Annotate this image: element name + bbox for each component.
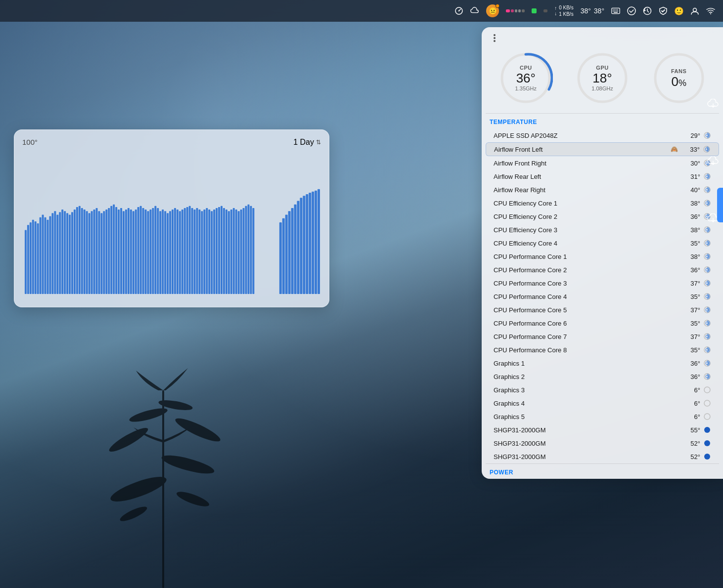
temp-row[interactable]: CPU Efficiency Core 1 38° bbox=[486, 197, 719, 210]
svg-rect-70 bbox=[137, 207, 139, 294]
user-avatar[interactable]: 😐 bbox=[486, 4, 499, 17]
temp-sensor-name: CPU Efficiency Core 2 bbox=[494, 213, 682, 220]
svg-rect-47 bbox=[81, 208, 83, 294]
temp-row[interactable]: CPU Performance Core 5 37° bbox=[486, 303, 719, 316]
temp-indicator[interactable] bbox=[703, 346, 711, 354]
temp-indicator[interactable] bbox=[703, 373, 711, 380]
gpu-gauge[interactable]: GPU 18° 1.08GHz bbox=[566, 51, 639, 105]
time-range-selector[interactable]: 1 Day ⇅ bbox=[293, 138, 321, 147]
temp-row[interactable]: SHGP31-2000GM 52° bbox=[486, 450, 719, 463]
cloud-download-icon-1[interactable] bbox=[707, 99, 719, 112]
temp-indicator[interactable] bbox=[703, 359, 711, 367]
svg-rect-111 bbox=[238, 211, 240, 294]
temp-indicator[interactable] bbox=[703, 252, 711, 260]
temp-row[interactable]: CPU Performance Core 3 37° bbox=[486, 277, 719, 290]
svg-rect-17 bbox=[616, 11, 617, 12]
temp-row[interactable]: Airflow Rear Right 40° bbox=[486, 183, 719, 196]
temp-sensor-value: 31° bbox=[682, 173, 700, 180]
temp-indicator[interactable] bbox=[703, 306, 711, 314]
temp-row[interactable]: Graphics 1 36° bbox=[486, 357, 719, 370]
temp-indicator[interactable] bbox=[703, 319, 711, 327]
svg-point-9 bbox=[458, 10, 459, 11]
temp-row[interactable]: CPU Performance Core 7 37° bbox=[486, 330, 719, 343]
svg-rect-117 bbox=[252, 208, 254, 294]
temp-indicator[interactable] bbox=[703, 426, 711, 434]
temp-sensor-name: APPLE SSD AP2048Z bbox=[494, 132, 682, 139]
temp-row[interactable]: CPU Performance Core 4 35° bbox=[486, 290, 719, 303]
temp-row[interactable]: Airflow Rear Left 31° bbox=[486, 170, 719, 183]
svg-rect-116 bbox=[250, 206, 252, 294]
svg-rect-56 bbox=[103, 211, 105, 294]
svg-rect-106 bbox=[226, 210, 227, 294]
temp-indicator[interactable] bbox=[703, 413, 711, 420]
temp-indicator[interactable] bbox=[703, 293, 711, 300]
svg-point-175 bbox=[704, 414, 710, 420]
temp-indicator[interactable] bbox=[703, 226, 711, 234]
svg-point-20 bbox=[628, 7, 635, 15]
fans-gauge[interactable]: FANS 0 % bbox=[642, 51, 715, 105]
cloud-icon[interactable] bbox=[470, 6, 479, 15]
temp-row[interactable]: APPLE SSD AP2048Z 29° bbox=[486, 129, 719, 142]
temp-sensor-value: 35° bbox=[682, 346, 700, 354]
blue-sidebar-handle[interactable] bbox=[717, 188, 723, 222]
svg-rect-81 bbox=[164, 211, 166, 294]
keyboard-icon[interactable] bbox=[611, 6, 620, 15]
temp-indicator[interactable] bbox=[703, 439, 711, 447]
temp-row[interactable]: Airflow Front Right 30° bbox=[486, 157, 719, 169]
temp-indicator[interactable] bbox=[703, 453, 711, 461]
temp-sensor-name: CPU Performance Core 1 bbox=[494, 253, 682, 260]
svg-rect-88 bbox=[181, 210, 183, 294]
temp-row[interactable]: CPU Efficiency Core 2 36° bbox=[486, 210, 719, 223]
temp-row[interactable]: Graphics 2 36° bbox=[486, 370, 719, 383]
more-options-menu[interactable] bbox=[490, 33, 499, 43]
cpu-gauge[interactable]: CPU 36° 1.35GHz bbox=[490, 51, 562, 105]
svg-rect-85 bbox=[174, 208, 176, 294]
svg-rect-124 bbox=[297, 201, 299, 294]
svg-point-22 bbox=[693, 8, 697, 12]
svg-rect-63 bbox=[120, 208, 122, 294]
temp-row[interactable]: CPU Performance Core 1 38° bbox=[486, 250, 719, 263]
temp-indicator[interactable] bbox=[703, 386, 711, 394]
temp-row[interactable]: CPU Efficiency Core 3 38° bbox=[486, 223, 719, 236]
cloud-download-icon-2[interactable] bbox=[707, 156, 719, 169]
svg-rect-30 bbox=[40, 217, 42, 294]
wifi-icon[interactable] bbox=[706, 6, 715, 15]
history-icon[interactable] bbox=[643, 6, 652, 15]
temp-row[interactable]: Graphics 5 6° bbox=[486, 410, 719, 423]
speedometer-icon[interactable] bbox=[454, 6, 463, 15]
temp-sensor-name: Airflow Front Left bbox=[494, 146, 671, 153]
temp-indicator[interactable] bbox=[703, 266, 711, 274]
temp-indicator[interactable] bbox=[703, 239, 711, 247]
temp-indicator[interactable] bbox=[703, 279, 711, 287]
temp-row[interactable]: CPU Performance Core 8 35° bbox=[486, 343, 719, 356]
svg-rect-54 bbox=[98, 211, 100, 294]
temp-sensor-name: CPU Performance Core 2 bbox=[494, 266, 682, 274]
temp-row[interactable]: Graphics 4 6° bbox=[486, 397, 719, 410]
temp-row[interactable]: Graphics 3 6° bbox=[486, 383, 719, 396]
security-icon[interactable] bbox=[659, 6, 668, 15]
emoji-icon[interactable]: 🙂 bbox=[675, 6, 683, 15]
svg-point-2 bbox=[160, 452, 216, 477]
temp-row[interactable]: CPU Performance Core 6 35° bbox=[486, 317, 719, 330]
check-icon[interactable] bbox=[627, 6, 636, 15]
temp-sensor-value: 37° bbox=[682, 306, 700, 314]
svg-rect-31 bbox=[42, 214, 44, 294]
temp-sensor-value: 36° bbox=[682, 213, 700, 220]
temp-row[interactable]: SHGP31-2000GM 55° bbox=[486, 423, 719, 436]
temp-row[interactable]: CPU Efficiency Core 4 35° bbox=[486, 237, 719, 250]
svg-rect-94 bbox=[196, 208, 198, 294]
temp-indicator[interactable] bbox=[703, 399, 711, 407]
svg-rect-12 bbox=[614, 9, 615, 10]
account-icon[interactable] bbox=[690, 6, 699, 15]
svg-rect-95 bbox=[198, 210, 200, 294]
temp-indicator[interactable] bbox=[703, 333, 711, 340]
svg-rect-64 bbox=[123, 211, 125, 294]
temp-row[interactable]: Airflow Front Left 🙈 33° bbox=[486, 142, 719, 156]
svg-rect-45 bbox=[76, 207, 78, 294]
svg-rect-38 bbox=[59, 212, 61, 294]
temp-row[interactable]: SHGP31-2000GM 52° bbox=[486, 437, 719, 450]
temp-row[interactable]: CPU Performance Core 2 36° bbox=[486, 263, 719, 276]
temp-sensor-value: 38° bbox=[682, 226, 700, 234]
svg-rect-83 bbox=[169, 211, 171, 294]
svg-rect-122 bbox=[291, 208, 294, 294]
